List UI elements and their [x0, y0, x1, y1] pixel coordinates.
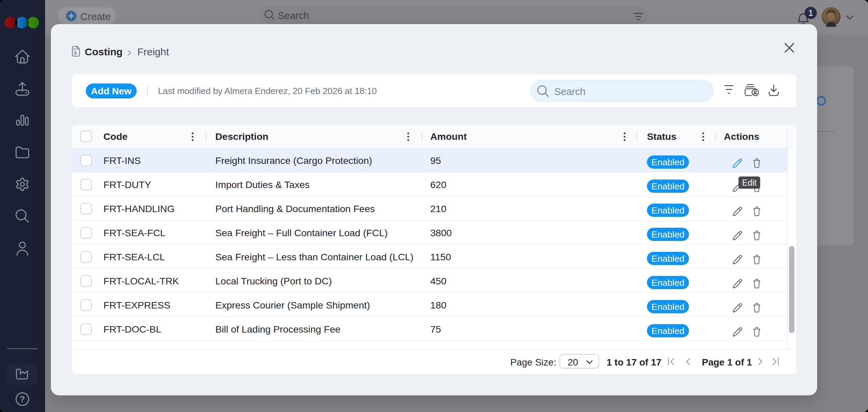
svg-text:?: ?: [20, 394, 25, 404]
svg-text:$: $: [74, 51, 77, 56]
